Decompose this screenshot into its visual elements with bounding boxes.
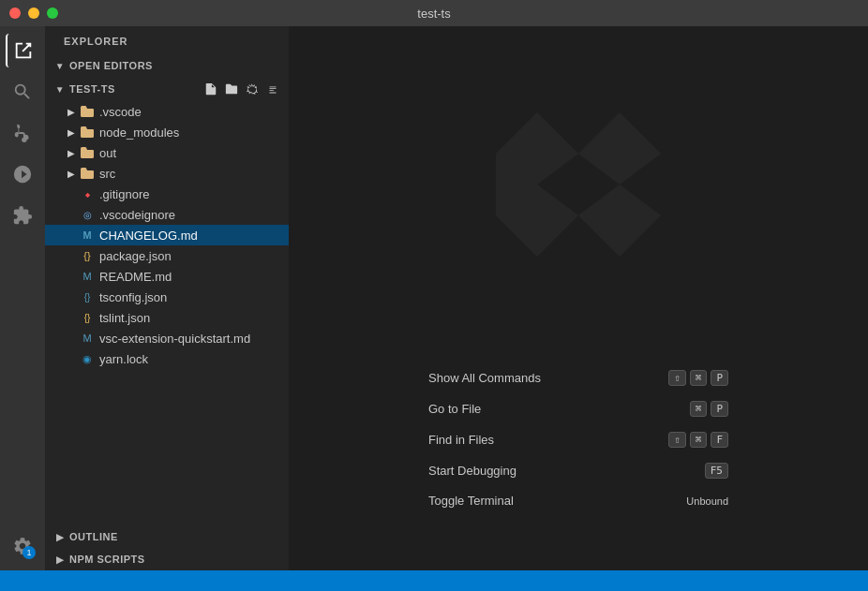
command-show-all: Show All Commands ⇧ ⌘ P bbox=[428, 362, 728, 393]
folder-icon bbox=[79, 145, 96, 160]
collapse-button[interactable] bbox=[264, 81, 281, 97]
folder-chevron: ▶ bbox=[64, 145, 79, 160]
npm-scripts-label: NPM Scripts bbox=[69, 554, 145, 565]
key-p: P bbox=[711, 370, 728, 386]
out-label: out bbox=[99, 146, 116, 160]
main-content: Show All Commands ⇧ ⌘ P Go to File ⌘ P F… bbox=[289, 26, 868, 570]
vscodeignore-icon: ◎ bbox=[79, 207, 96, 222]
key-f5: F5 bbox=[705, 463, 728, 479]
sidebar: Explorer ▼ Open Editors ▼ TEST-TS bbox=[45, 26, 289, 570]
tree-item-src[interactable]: ▶ src bbox=[45, 163, 289, 184]
minimize-button[interactable] bbox=[28, 7, 39, 19]
folder-chevron: ▶ bbox=[64, 104, 79, 119]
start-debugging-keys: F5 bbox=[705, 463, 728, 479]
vscode-logo bbox=[475, 81, 681, 306]
toggle-terminal-label: Toggle Terminal bbox=[428, 494, 514, 508]
npm-scripts-header[interactable]: ▶ NPM Scripts bbox=[45, 548, 289, 570]
go-to-file-keys: ⌘ P bbox=[690, 401, 728, 417]
key-unbound: Unbound bbox=[686, 495, 728, 507]
section-actions bbox=[202, 81, 281, 97]
key-shift: ⇧ bbox=[668, 370, 686, 386]
find-in-files-keys: ⇧ ⌘ F bbox=[668, 432, 728, 448]
close-button[interactable] bbox=[9, 7, 21, 19]
tree-item-out[interactable]: ▶ out bbox=[45, 142, 289, 163]
key-p2: P bbox=[711, 401, 728, 417]
tree-item-vscodeignore[interactable]: ▶ ◎ .vscodeignore bbox=[45, 204, 289, 225]
folder-chevron: ▶ bbox=[64, 125, 79, 140]
window-controls bbox=[9, 7, 58, 19]
quickstart-icon: M bbox=[79, 331, 96, 346]
toggle-terminal-keys: Unbound bbox=[686, 495, 728, 507]
maximize-button[interactable] bbox=[47, 7, 58, 19]
git-icon: ⬥ bbox=[79, 186, 96, 201]
show-all-commands-label: Show All Commands bbox=[428, 371, 541, 385]
tree-item-quickstart[interactable]: ▶ M vsc-extension-quickstart.md bbox=[45, 328, 289, 348]
settings-icon[interactable]: 1 bbox=[6, 529, 39, 563]
key-f: F bbox=[711, 432, 728, 448]
key-cmd2: ⌘ bbox=[690, 401, 708, 417]
command-start-debugging: Start Debugging F5 bbox=[428, 455, 728, 486]
yarn-icon: ◉ bbox=[79, 351, 96, 366]
command-go-to-file: Go to File ⌘ P bbox=[428, 393, 728, 424]
test-ts-section: ▼ TEST-TS bbox=[45, 77, 289, 101]
show-all-keys: ⇧ ⌘ P bbox=[668, 370, 728, 386]
node-modules-label: node_modules bbox=[99, 126, 179, 140]
changelog-label: CHANGELOG.md bbox=[99, 229, 198, 243]
folder-icon bbox=[79, 166, 96, 181]
key-cmd3: ⌘ bbox=[690, 432, 708, 448]
sidebar-header: Explorer bbox=[45, 26, 289, 54]
tree-item-node-modules[interactable]: ▶ node_modules bbox=[45, 122, 289, 142]
folder-icon bbox=[79, 125, 96, 140]
search-icon[interactable] bbox=[6, 75, 39, 109]
json-icon: {} bbox=[79, 248, 96, 263]
bottom-sections: ▶ Outline ▶ NPM Scripts bbox=[45, 525, 289, 570]
tree-item-package[interactable]: ▶ {} package.json bbox=[45, 245, 289, 266]
debug-icon[interactable] bbox=[6, 157, 39, 191]
tree-item-gitignore[interactable]: ▶ ⬥ .gitignore bbox=[45, 184, 289, 204]
extensions-icon[interactable] bbox=[6, 199, 39, 232]
test-ts-chevron: ▼ bbox=[52, 81, 67, 96]
package-label: package.json bbox=[99, 249, 172, 263]
settings-badge: 1 bbox=[22, 546, 36, 559]
new-folder-button[interactable] bbox=[223, 81, 240, 97]
outline-header[interactable]: ▶ Outline bbox=[45, 525, 289, 548]
tree-item-tslint[interactable]: ▶ {} tslint.json bbox=[45, 307, 289, 328]
src-label: src bbox=[99, 167, 115, 181]
key-cmd: ⌘ bbox=[690, 370, 708, 386]
open-editors-label: Open Editors bbox=[69, 60, 153, 71]
yarn-label: yarn.lock bbox=[99, 352, 148, 366]
tree-item-readme[interactable]: ▶ M README.md bbox=[45, 266, 289, 287]
quickstart-label: vsc-extension-quickstart.md bbox=[99, 332, 250, 346]
test-ts-header[interactable]: ▼ TEST-TS bbox=[45, 77, 289, 101]
folder-chevron: ▶ bbox=[64, 166, 79, 181]
new-file-button[interactable] bbox=[202, 81, 219, 97]
main-layout: 1 Explorer ▼ Open Editors ▼ TEST-TS bbox=[0, 26, 868, 570]
tsconfig-icon: {} bbox=[79, 289, 96, 304]
open-editors-chevron: ▼ bbox=[52, 58, 67, 73]
open-editors-header[interactable]: ▼ Open Editors bbox=[45, 54, 289, 77]
go-to-file-label: Go to File bbox=[428, 402, 481, 416]
vscode-label: .vscode bbox=[99, 105, 142, 119]
tree-item-yarn[interactable]: ▶ ◉ yarn.lock bbox=[45, 348, 289, 369]
refresh-button[interactable] bbox=[244, 81, 261, 97]
npm-scripts-chevron: ▶ bbox=[52, 552, 67, 567]
tree-item-tsconfig[interactable]: ▶ {} tsconfig.json bbox=[45, 287, 289, 307]
gitignore-label: .gitignore bbox=[99, 187, 149, 201]
window-title: test-ts bbox=[417, 7, 450, 21]
source-control-icon[interactable] bbox=[6, 116, 39, 150]
find-in-files-label: Find in Files bbox=[428, 433, 494, 447]
command-toggle-terminal: Toggle Terminal Unbound bbox=[428, 486, 728, 515]
welcome-commands: Show All Commands ⇧ ⌘ P Go to File ⌘ P F… bbox=[428, 362, 728, 515]
file-tree: ▶ .vscode ▶ node_modules ▶ out bbox=[45, 101, 289, 525]
outline-label: Outline bbox=[69, 531, 118, 542]
command-find-in-files: Find in Files ⇧ ⌘ F bbox=[428, 424, 728, 455]
test-ts-label: TEST-TS bbox=[69, 83, 115, 95]
tslint-label: tslint.json bbox=[99, 311, 150, 325]
status-bar bbox=[0, 570, 868, 591]
key-shift2: ⇧ bbox=[668, 432, 686, 448]
tsconfig-label: tsconfig.json bbox=[99, 290, 167, 304]
explorer-icon[interactable] bbox=[6, 34, 39, 67]
tree-item-changelog[interactable]: ▶ M CHANGELOG.md bbox=[45, 225, 289, 245]
activity-bar: 1 bbox=[0, 26, 45, 570]
tree-item-vscode[interactable]: ▶ .vscode bbox=[45, 101, 289, 122]
